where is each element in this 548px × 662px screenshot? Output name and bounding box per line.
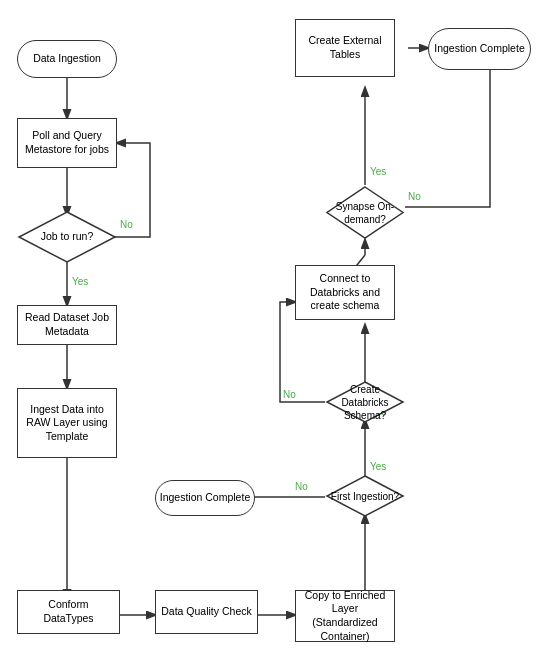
- ingest-data-node: Ingest Data into RAW Layer using Templat…: [17, 388, 117, 458]
- read-dataset-node: Read Dataset Job Metadata: [17, 305, 117, 345]
- poll-query-node: Poll and Query Metastore for jobs: [17, 118, 117, 168]
- flowchart-container: No Yes Yes No Yes No Yes No Data Ingesti…: [0, 0, 548, 662]
- synapse-ondemand-diamond: Synapse On-demand?: [325, 185, 405, 240]
- data-ingestion-node: Data Ingestion: [17, 40, 117, 78]
- create-external-node: Create External Tables: [295, 19, 395, 77]
- conform-datatypes-node: Conform DataTypes: [17, 590, 120, 634]
- create-databricks-diamond: Create Databricks Schema?: [325, 380, 405, 424]
- data-quality-node: Data Quality Check: [155, 590, 258, 634]
- ingestion-complete-left-node: Ingestion Complete: [155, 480, 255, 516]
- job-to-run-diamond: Job to run?: [17, 210, 117, 264]
- svg-text:Yes: Yes: [370, 166, 386, 177]
- ingestion-complete-right-node: Ingestion Complete: [428, 28, 531, 70]
